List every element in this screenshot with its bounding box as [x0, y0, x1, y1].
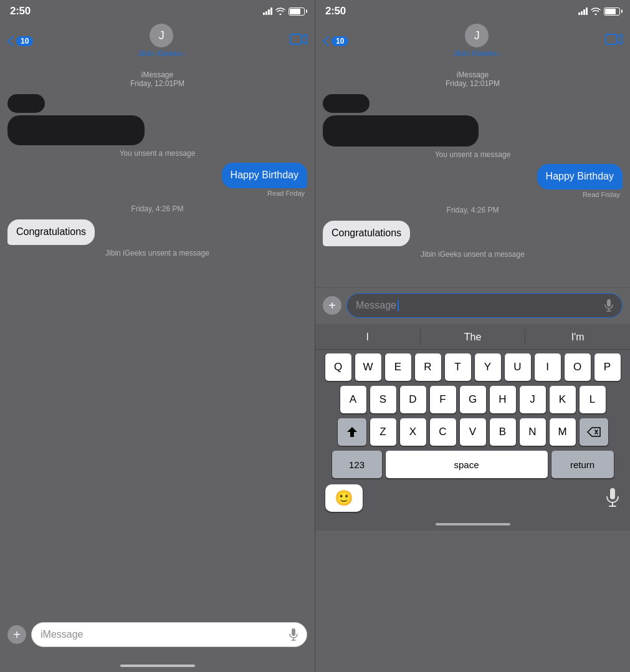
key-n[interactable]: N [520, 418, 546, 446]
emoji-icon: 🙂 [335, 489, 353, 507]
key-y[interactable]: Y [475, 353, 501, 381]
right-video-button[interactable] [605, 33, 623, 49]
right-back-badge[interactable]: 10 [332, 36, 348, 46]
key-delete[interactable] [580, 418, 608, 446]
left-input-placeholder: iMessage [41, 629, 83, 640]
key-z[interactable]: Z [370, 418, 396, 446]
key-s[interactable]: S [370, 386, 396, 413]
right-messages-area: iMessage Friday, 12:01PM You unsent a me… [315, 63, 630, 287]
suggestion-i[interactable]: I [315, 329, 421, 345]
key-q[interactable]: Q [325, 353, 351, 381]
left-date-separator: Friday, 4:26 PM [7, 204, 307, 213]
svg-rect-5 [607, 299, 611, 307]
left-happy-birthday-bubble: Happy Birthday [222, 163, 307, 188]
left-back-button[interactable]: 10 [7, 36, 33, 46]
keyboard-rows: Q W E R T Y U I O P A S D F G H J K [315, 350, 630, 481]
key-f[interactable]: F [430, 386, 456, 413]
suggestion-im[interactable]: I'm [525, 329, 630, 345]
emoji-key[interactable]: 🙂 [325, 484, 363, 512]
battery-level: 78 [294, 8, 300, 14]
key-123[interactable]: 123 [332, 451, 382, 478]
key-u[interactable]: U [505, 353, 531, 381]
right-contact-name[interactable]: Jibin iGeeks › [453, 49, 500, 58]
suggestion-the[interactable]: The [421, 329, 526, 345]
key-k[interactable]: K [550, 386, 576, 413]
left-plus-button[interactable]: + [7, 625, 26, 644]
right-back-chevron-icon [323, 36, 329, 46]
right-avatar[interactable]: J [465, 24, 489, 47]
left-congratulations-bubble: Congratulations [7, 219, 95, 245]
key-c[interactable]: C [430, 418, 456, 446]
keyboard-suggestions-row: I The I'm [315, 324, 630, 350]
left-contact-name[interactable]: Jibin iGeeks › [138, 49, 185, 58]
key-return[interactable]: return [551, 451, 614, 478]
key-x[interactable]: X [400, 418, 426, 446]
keyboard-row-3: Z X C V B N M [318, 418, 628, 446]
left-phone-panel: 2:50 78 10 [0, 0, 315, 672]
left-video-button[interactable] [290, 33, 307, 49]
left-avatar[interactable]: J [150, 24, 173, 47]
keyboard-row-2: A S D F G H J K L [318, 386, 628, 413]
right-congratulations-bubble: Congratulations [323, 221, 410, 246]
left-nav-bar: 10 J Jibin iGeeks › [0, 20, 315, 63]
left-congratulations-text: Congratulations [16, 226, 86, 237]
right-read-label: Read Friday [580, 191, 623, 198]
left-unsent-label: You unsent a message [7, 149, 307, 158]
keyboard-row-1: Q W E R T Y U I O P [318, 353, 628, 381]
right-battery-level: 78 [609, 8, 615, 14]
back-badge[interactable]: 10 [16, 36, 33, 46]
right-home-indicator [315, 518, 630, 530]
right-signal-icon [578, 7, 588, 15]
left-read-label: Read Friday [265, 190, 307, 197]
key-m[interactable]: M [550, 418, 576, 446]
left-imessage-header: iMessage Friday, 12:01PM [7, 70, 307, 88]
svg-rect-1 [292, 628, 295, 636]
key-space[interactable]: space [386, 451, 548, 478]
keyboard-mic-icon[interactable] [605, 488, 620, 508]
left-home-indicator [0, 660, 315, 672]
left-input-field[interactable]: iMessage [31, 622, 307, 647]
right-plus-button[interactable]: + [323, 296, 341, 315]
left-status-icons: 78 [263, 7, 305, 16]
left-mic-icon [289, 628, 298, 641]
left-congratulations-row: Congratulations [7, 219, 307, 245]
key-v[interactable]: V [460, 418, 486, 446]
left-avatar-initial: J [159, 29, 165, 42]
key-o[interactable]: O [565, 353, 591, 381]
right-wifi-icon [591, 7, 601, 15]
right-nav-center: J Jibin iGeeks › [453, 24, 500, 58]
right-incoming-redacted-bubble [323, 115, 479, 146]
right-time: 2:50 [325, 5, 346, 17]
text-cursor [398, 300, 399, 311]
key-i[interactable]: I [535, 353, 561, 381]
key-d[interactable]: D [400, 386, 426, 413]
right-unsent-label: You unsent a message [323, 150, 623, 159]
key-b[interactable]: B [490, 418, 516, 446]
svg-rect-4 [606, 34, 617, 44]
key-r[interactable]: R [415, 353, 441, 381]
key-e[interactable]: E [385, 353, 411, 381]
right-back-button[interactable]: 10 [323, 36, 348, 46]
right-video-icon [605, 33, 623, 46]
right-incoming-redacted-row [323, 115, 623, 146]
key-w[interactable]: W [355, 353, 381, 381]
contact-chevron-icon: › [183, 50, 186, 57]
key-p[interactable]: P [594, 353, 621, 381]
wifi-icon [275, 7, 285, 15]
right-congratulations-text: Congratulations [332, 228, 401, 238]
key-g[interactable]: G [460, 386, 486, 413]
right-contact-chevron-icon: › [499, 50, 501, 57]
keyboard-extra-row: 🙂 [315, 481, 630, 518]
back-chevron-icon [7, 36, 14, 46]
key-shift[interactable] [338, 418, 366, 446]
battery-icon: 78 [289, 7, 305, 16]
right-input-field[interactable]: Message [346, 293, 623, 318]
key-t[interactable]: T [445, 353, 471, 381]
key-h[interactable]: H [490, 386, 516, 413]
right-phone-panel: 2:50 78 10 [315, 0, 630, 672]
key-l[interactable]: L [580, 386, 606, 413]
key-a[interactable]: A [340, 386, 366, 413]
key-j[interactable]: J [520, 386, 546, 413]
shift-icon [346, 426, 358, 438]
svg-rect-8 [610, 488, 615, 499]
